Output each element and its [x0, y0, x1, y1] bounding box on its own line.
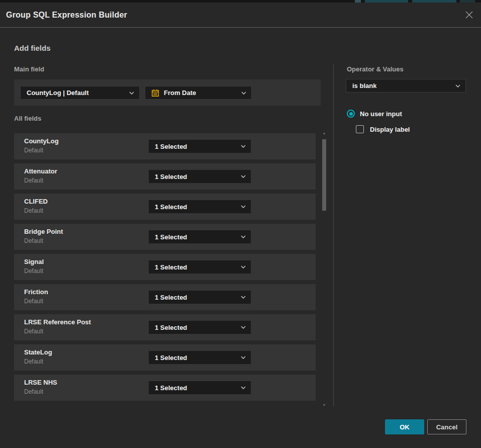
group-sql-expression-builder-dialog: Group SQL Expression Builder Add fields …	[0, 3, 481, 448]
field-values-select[interactable]: 1 Selected	[148, 320, 251, 334]
field-subtitle: Default	[24, 298, 43, 305]
all-fields-label: All fields	[14, 115, 41, 122]
checkbox-label: Display label	[370, 126, 410, 133]
field-name: Friction	[24, 288, 48, 296]
field-values-select[interactable]: 1 Selected	[148, 350, 251, 365]
layer-select[interactable]: CountyLog | Default	[20, 86, 140, 100]
scroll-up-icon[interactable]: ▲	[321, 131, 328, 136]
field-row-clifed: CLIFED Default 1 Selected	[14, 194, 316, 220]
field-row-bridge-point: Bridge Point Default 1 Selected	[14, 224, 316, 250]
field-row-lrse-reference-post: LRSE Reference Post Default 1 Selected	[14, 314, 316, 340]
checkbox-unchecked-icon	[356, 125, 364, 133]
main-field-label: Main field	[14, 65, 44, 73]
chevron-down-icon	[241, 205, 246, 208]
field-subtitle: Default	[24, 177, 43, 184]
cancel-button[interactable]: Cancel	[427, 419, 466, 434]
no-user-input-radio[interactable]: No user input	[347, 110, 402, 118]
chevron-down-icon	[455, 84, 460, 87]
main-field-select[interactable]: From Date	[145, 86, 252, 100]
field-row-friction: Friction Default 1 Selected	[14, 284, 316, 310]
layer-select-value: CountyLog | Default	[27, 89, 89, 97]
field-subtitle: Default	[24, 237, 43, 244]
field-values-select[interactable]: 1 Selected	[148, 169, 251, 184]
field-name: StateLog	[24, 348, 52, 356]
field-values-select-value: 1 Selected	[155, 233, 187, 241]
main-field-band: CountyLog | Default From Date	[14, 79, 321, 106]
field-subtitle: Default	[24, 388, 43, 395]
chevron-down-icon	[241, 326, 246, 329]
field-subtitle: Default	[24, 328, 43, 335]
section-title-add-fields: Add fields	[14, 44, 51, 52]
panel-divider	[333, 64, 334, 406]
field-values-select-value: 1 Selected	[155, 324, 187, 331]
field-values-select-value: 1 Selected	[155, 203, 187, 211]
field-name: CLIFED	[24, 198, 48, 205]
field-values-select-value: 1 Selected	[155, 294, 187, 301]
field-name: Attenuator	[24, 167, 57, 175]
field-subtitle: Default	[24, 267, 43, 275]
field-row-countylog: CountyLog Default 1 Selected	[14, 133, 316, 159]
field-values-select-value: 1 Selected	[155, 143, 187, 150]
field-name: LRSE NHS	[24, 379, 57, 386]
field-row-statelog: StateLog Default 1 Selected	[14, 344, 316, 371]
field-values-select-value: 1 Selected	[155, 173, 187, 181]
dialog-title: Group SQL Expression Builder	[6, 3, 127, 27]
field-values-select-value: 1 Selected	[155, 354, 187, 362]
chevron-down-icon	[241, 356, 246, 359]
operator-select-value: is blank	[352, 82, 376, 89]
field-name: LRSE Reference Post	[24, 318, 91, 326]
operator-select[interactable]: is blank	[346, 79, 466, 93]
scroll-down-icon[interactable]: ▼	[321, 403, 328, 408]
field-values-select[interactable]: 1 Selected	[148, 381, 251, 395]
field-values-select-value: 1 Selected	[155, 384, 187, 392]
scrollbar[interactable]: ▲ ▼	[321, 131, 328, 408]
radio-label: No user input	[360, 110, 402, 118]
field-row-attenuator: Attenuator Default 1 Selected	[14, 163, 316, 190]
chevron-down-icon	[241, 235, 246, 238]
chevron-down-icon	[241, 265, 246, 268]
chevron-down-icon	[241, 175, 246, 178]
radio-selected-icon	[347, 110, 355, 118]
field-values-select[interactable]: 1 Selected	[148, 290, 251, 304]
field-values-select[interactable]: 1 Selected	[148, 139, 251, 153]
dialog-titlebar: Group SQL Expression Builder	[0, 3, 481, 28]
chevron-down-icon	[129, 92, 134, 95]
operator-values-label: Operator & Values	[347, 65, 404, 73]
field-row-signal: Signal Default 1 Selected	[14, 254, 316, 280]
field-values-select[interactable]: 1 Selected	[148, 200, 251, 214]
scrollbar-thumb[interactable]	[322, 139, 326, 211]
field-name: Signal	[24, 258, 44, 265]
chevron-down-icon	[241, 92, 246, 95]
display-label-checkbox[interactable]: Display label	[356, 125, 410, 133]
field-values-select[interactable]: 1 Selected	[148, 230, 251, 244]
field-subtitle: Default	[24, 147, 43, 154]
chevron-down-icon	[241, 145, 246, 148]
ok-button[interactable]: OK	[385, 419, 424, 434]
field-name: CountyLog	[24, 137, 59, 145]
field-values-select[interactable]: 1 Selected	[148, 260, 251, 274]
main-field-select-value: From Date	[164, 89, 196, 97]
field-subtitle: Default	[24, 358, 43, 365]
chevron-down-icon	[241, 296, 246, 299]
field-subtitle: Default	[24, 207, 43, 214]
field-name: Bridge Point	[24, 228, 63, 235]
field-values-select-value: 1 Selected	[155, 263, 187, 271]
field-row-lrse-nhs: LRSE NHS Default 1 Selected	[14, 375, 316, 401]
chevron-down-icon	[241, 386, 246, 389]
calendar-icon	[151, 89, 159, 97]
close-icon[interactable]	[464, 10, 474, 20]
